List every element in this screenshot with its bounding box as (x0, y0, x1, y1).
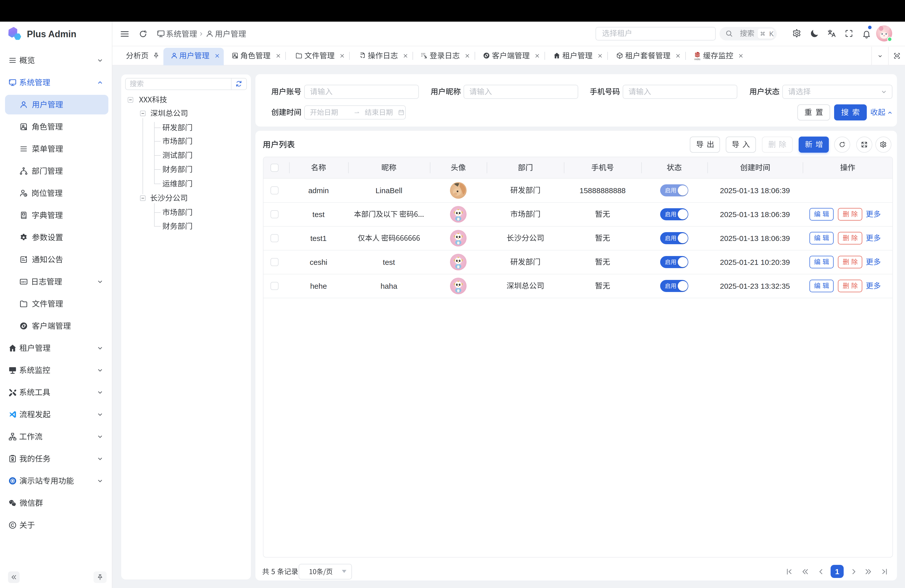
svg-text:DEV: DEV (21, 281, 26, 283)
